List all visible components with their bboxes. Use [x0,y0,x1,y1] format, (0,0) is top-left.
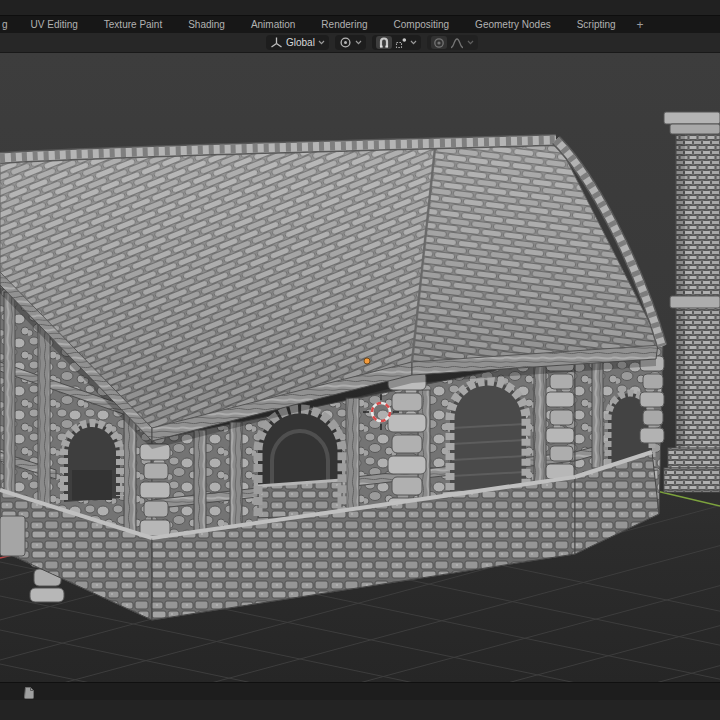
workspace-tab-texture-paint[interactable]: Texture Paint [91,16,175,33]
chevron-down-icon[interactable] [467,40,474,45]
snap-increment-icon[interactable] [395,37,407,49]
topbar-strip [0,0,720,16]
workspace-tabs: gUV EditingTexture PaintShadingAnimation… [0,16,720,33]
object-origin-dot [364,358,370,364]
workspace-tab-rendering[interactable]: Rendering [308,16,380,33]
proportional-editing-group [427,35,478,50]
workspace-tab-uv-editing[interactable]: UV Editing [18,16,91,33]
orientation-label: Global [286,37,315,48]
workspace-tab-geometry-nodes[interactable]: Geometry Nodes [462,16,564,33]
transform-orientation-dropdown[interactable]: Global [266,35,329,50]
workspace-tab-g[interactable]: g [0,16,18,33]
workspace-tab-compositing[interactable]: Compositing [381,16,463,33]
viewport-canvas[interactable] [0,0,720,720]
bottom-editor-body[interactable] [0,700,720,720]
arch-window-left [64,423,120,502]
falloff-curve-icon[interactable] [450,37,464,49]
stone-block [0,516,25,556]
workspace-tab-animation[interactable]: Animation [238,16,308,33]
snapping-group [372,35,421,50]
chevron-down-icon [355,40,362,45]
viewport-header: Global [0,33,720,53]
proportional-editing-toggle[interactable] [431,36,447,49]
porch-archway [258,409,342,518]
chevron-down-icon[interactable] [410,40,417,45]
blender-window: gUV EditingTexture PaintShadingAnimation… [0,0,720,720]
snap-toggle-button[interactable] [376,36,392,49]
workspace-tab-scripting[interactable]: Scripting [564,16,629,33]
pivot-median-point-icon [339,36,352,49]
chevron-down-icon [318,40,325,45]
workspace-tab-shading[interactable]: Shading [175,16,238,33]
snap-magnet-icon [378,37,390,49]
bottom-editor-header [0,682,720,701]
orientation-global-icon [270,36,283,49]
proportional-editing-icon [433,37,445,49]
pivot-point-dropdown[interactable] [335,35,366,50]
file-icon[interactable] [24,686,35,699]
add-workspace-button[interactable]: + [629,16,652,33]
